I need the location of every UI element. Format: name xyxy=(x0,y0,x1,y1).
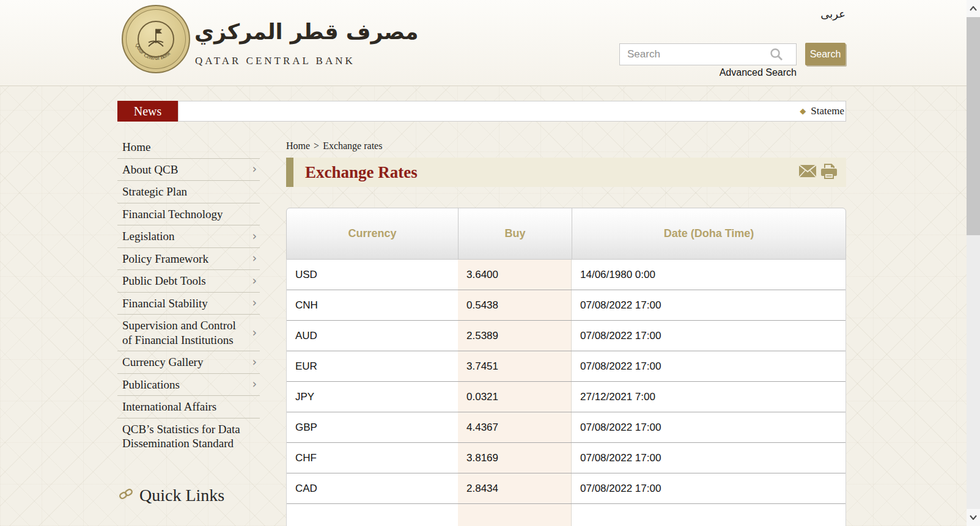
currency-cell: JPY xyxy=(287,382,458,412)
scrollbar-thumb[interactable] xyxy=(967,17,980,235)
buy-cell: 3.7451 xyxy=(458,351,572,381)
sidebar-item-qcb-s-statistics-for-data-dissemination-standard[interactable]: QCB’s Statistics for Data Dissemination … xyxy=(117,418,260,455)
search-button[interactable]: Search xyxy=(805,43,846,65)
date-cell: 07/08/2022 17:00 xyxy=(572,473,846,503)
page-title: Exchange Rates xyxy=(305,163,418,182)
breadcrumb-current: Exchange rates xyxy=(323,141,382,151)
breadcrumb-separator: > xyxy=(314,141,319,151)
sidebar-item-label: Legislation xyxy=(122,230,174,243)
news-label: News xyxy=(117,101,178,122)
table-row: USD3.640014/06/1980 0:00 xyxy=(287,260,846,290)
vertical-scrollbar[interactable] xyxy=(967,0,980,526)
sidebar-item-label: Strategic Plan xyxy=(122,185,187,198)
date-cell: 07/08/2022 17:00 xyxy=(572,321,846,351)
breadcrumb: Home>Exchange rates xyxy=(286,141,382,152)
column-header-currency: Currency xyxy=(287,208,459,259)
buy-cell: 0.5438 xyxy=(458,290,572,320)
date-cell: 27/12/2021 7:00 xyxy=(572,382,846,412)
buy-cell: 3.6400 xyxy=(458,260,572,290)
site-header: Qatar Central Bank مصرف قطر المركزي QATA… xyxy=(0,0,980,86)
currency-cell: CAD xyxy=(287,473,458,503)
chevron-right-icon: › xyxy=(252,296,257,311)
date-cell: 07/08/2022 17:00 xyxy=(572,290,846,320)
sidebar-item-label: Policy Framework xyxy=(122,252,208,265)
logo-arabic-name: مصرف قطر المركزي xyxy=(194,20,418,44)
title-accent-bar xyxy=(286,158,293,187)
sidebar-item-label: QCB’s Statistics for Data Dissemination … xyxy=(122,423,240,450)
logo-english-name: QATAR CENTRAL BANK xyxy=(195,55,355,67)
language-link-arabic[interactable]: عربى xyxy=(758,7,846,20)
table-row: EUR3.745107/08/2022 17:00 xyxy=(287,351,846,382)
date-cell xyxy=(572,504,846,526)
sidebar-item-supervision-and-control-of-financial-institutions[interactable]: Supervision and Control of Financial Ins… xyxy=(117,315,260,351)
date-cell: 07/08/2022 17:00 xyxy=(572,412,846,442)
buy-cell: 4.4367 xyxy=(458,412,572,442)
sidebar-item-label: Financial Technology xyxy=(122,208,223,221)
qcb-seal-logo[interactable]: Qatar Central Bank xyxy=(122,5,190,73)
sidebar-item-international-affairs[interactable]: International Affairs xyxy=(117,396,260,418)
column-header-buy: Buy xyxy=(459,208,572,259)
currency-cell: EUR xyxy=(287,351,458,381)
sidebar-item-label: Currency Gallery xyxy=(122,356,203,368)
table-row: CAD2.843407/08/2022 17:00 xyxy=(287,473,846,504)
sidebar-item-label: Financial Stability xyxy=(122,297,208,310)
sidebar-item-publications[interactable]: Publications› xyxy=(117,374,260,396)
chevron-right-icon: › xyxy=(252,229,257,244)
sidebar-item-label: Publications xyxy=(122,378,180,391)
sidebar-item-label: International Affairs xyxy=(122,400,216,413)
seal-emblem xyxy=(138,21,174,57)
print-icon[interactable] xyxy=(820,164,838,182)
diamond-bullet-icon: ◆ xyxy=(800,106,806,116)
sidebar-item-financial-stability[interactable]: Financial Stability› xyxy=(117,293,260,315)
scroll-down-button[interactable] xyxy=(967,509,980,526)
news-bar: News ◆ Stateme xyxy=(117,101,846,122)
chain-link-icon xyxy=(119,487,133,504)
advanced-search-link[interactable]: Advanced Search xyxy=(619,67,797,78)
news-ticker: ◆ Stateme xyxy=(178,101,846,122)
table-body: USD3.640014/06/1980 0:00CNH0.543807/08/2… xyxy=(286,260,846,526)
buy-cell: 3.8169 xyxy=(458,443,572,473)
sidebar-item-public-debt-tools[interactable]: Public Debt Tools› xyxy=(117,270,260,293)
search-icon[interactable] xyxy=(769,47,784,64)
currency-cell: GBP xyxy=(287,412,458,442)
sidebar-item-policy-framework[interactable]: Policy Framework› xyxy=(117,248,260,271)
sidebar-item-label: Public Debt Tools xyxy=(122,274,206,287)
column-header-date: Date (Doha Time) xyxy=(572,208,846,259)
table-row: CNH0.543807/08/2022 17:00 xyxy=(287,290,846,321)
sidebar-item-financial-technology[interactable]: Financial Technology xyxy=(117,203,260,226)
sidebar-item-home[interactable]: Home xyxy=(117,136,260,159)
sidebar-item-label: About QCB xyxy=(122,163,178,176)
table-row: GBP4.436707/08/2022 17:00 xyxy=(287,412,846,443)
sidebar-item-label: Home xyxy=(122,141,150,153)
buy-cell: 2.8434 xyxy=(458,473,572,503)
table-row: JPY0.032127/12/2021 7:00 xyxy=(287,382,846,412)
sidebar-item-strategic-plan[interactable]: Strategic Plan xyxy=(117,181,260,203)
chevron-right-icon: › xyxy=(252,326,257,340)
chevron-right-icon: › xyxy=(252,355,257,370)
page-title-bar: Exchange Rates xyxy=(286,158,846,187)
date-cell: 14/06/1980 0:00 xyxy=(572,260,846,290)
sidebar-item-about-qcb[interactable]: About QCB› xyxy=(117,159,260,181)
buy-cell: 2.5389 xyxy=(458,321,572,351)
news-ticker-text: Stateme xyxy=(811,105,844,117)
chevron-right-icon: › xyxy=(252,252,257,266)
news-ticker-item[interactable]: ◆ Stateme xyxy=(800,105,844,117)
scroll-up-button[interactable] xyxy=(967,0,980,17)
sidebar-item-currency-gallery[interactable]: Currency Gallery› xyxy=(117,351,260,374)
currency-cell: CHF xyxy=(287,443,458,473)
exchange-rates-table: Currency Buy Date (Doha Time) USD3.64001… xyxy=(286,208,846,526)
sidebar-item-legislation[interactable]: Legislation› xyxy=(117,225,260,248)
currency-cell: USD xyxy=(287,260,458,290)
chevron-right-icon: › xyxy=(252,378,257,392)
date-cell: 07/08/2022 17:00 xyxy=(572,351,846,381)
quick-links-label: Quick Links xyxy=(139,486,224,505)
table-row: AUD2.538907/08/2022 17:00 xyxy=(287,321,846,351)
currency-cell: CNH xyxy=(287,290,458,320)
quick-links-heading: Quick Links xyxy=(119,486,224,505)
email-icon[interactable] xyxy=(799,165,816,180)
chevron-right-icon: › xyxy=(252,274,257,288)
date-cell: 07/08/2022 17:00 xyxy=(572,443,846,473)
sidebar-nav: HomeAbout QCB›Strategic PlanFinancial Te… xyxy=(117,136,260,455)
table-row: CHF3.816907/08/2022 17:00 xyxy=(287,443,846,473)
breadcrumb-home-link[interactable]: Home xyxy=(286,141,310,151)
